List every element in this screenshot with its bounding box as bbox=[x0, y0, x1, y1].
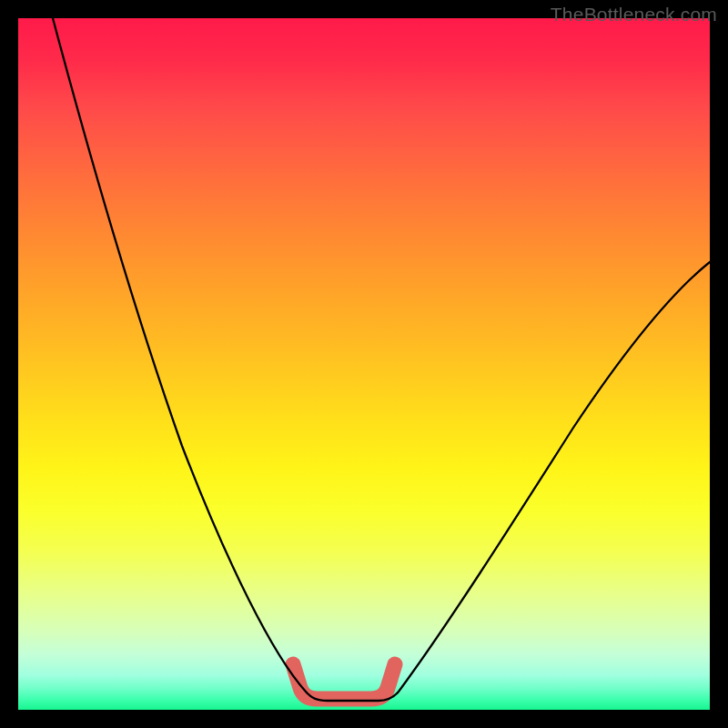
bottleneck-curve bbox=[53, 18, 710, 701]
watermark-text: TheBottleneck.com bbox=[551, 4, 717, 25]
chart-plot-area bbox=[18, 18, 710, 710]
chart-svg bbox=[18, 18, 710, 710]
chart-frame: TheBottleneck.com bbox=[0, 0, 728, 728]
